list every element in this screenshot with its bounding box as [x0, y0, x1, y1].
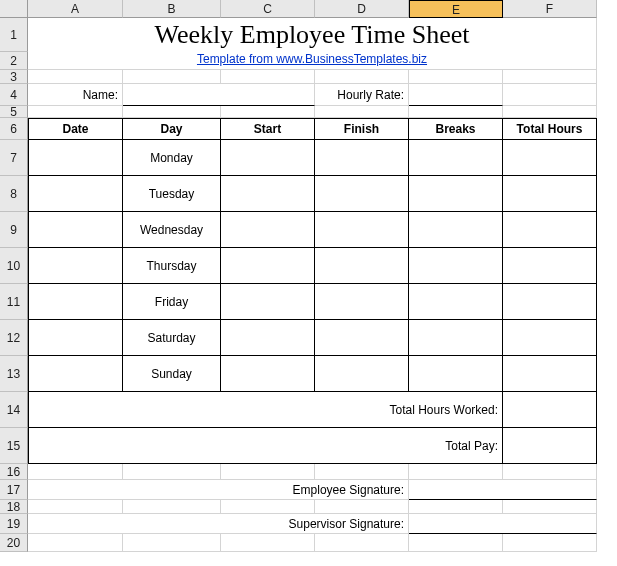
finish-1[interactable] [315, 176, 409, 212]
row-header-4[interactable]: 4 [0, 84, 28, 106]
row-header-2[interactable]: 2 [0, 52, 28, 70]
cell-B5[interactable] [123, 106, 221, 118]
row-header-10[interactable]: 10 [0, 248, 28, 284]
breaks-5[interactable] [409, 320, 503, 356]
date-0[interactable] [28, 140, 123, 176]
row-header-17[interactable]: 17 [0, 480, 28, 500]
cell-E20[interactable] [409, 534, 503, 552]
row-header-6[interactable]: 6 [0, 118, 28, 140]
cell-C20[interactable] [221, 534, 315, 552]
cell-A16[interactable] [28, 464, 123, 480]
start-5[interactable] [221, 320, 315, 356]
total-2[interactable] [503, 212, 597, 248]
employee-signature-field[interactable] [409, 480, 597, 500]
start-4[interactable] [221, 284, 315, 320]
total-5[interactable] [503, 320, 597, 356]
breaks-2[interactable] [409, 212, 503, 248]
cell-C16[interactable] [221, 464, 315, 480]
finish-5[interactable] [315, 320, 409, 356]
cell-C5[interactable] [221, 106, 315, 118]
col-header-C[interactable]: C [221, 0, 315, 18]
total-4[interactable] [503, 284, 597, 320]
cell-A3[interactable] [28, 70, 123, 84]
cell-F16[interactable] [503, 464, 597, 480]
col-header-B[interactable]: B [123, 0, 221, 18]
row-header-20[interactable]: 20 [0, 534, 28, 552]
breaks-1[interactable] [409, 176, 503, 212]
cell-C18[interactable] [221, 500, 315, 514]
cell-B20[interactable] [123, 534, 221, 552]
row-header-11[interactable]: 11 [0, 284, 28, 320]
col-header-D[interactable]: D [315, 0, 409, 18]
row-header-14[interactable]: 14 [0, 392, 28, 428]
date-1[interactable] [28, 176, 123, 212]
cell-B18[interactable] [123, 500, 221, 514]
cell-F3[interactable] [503, 70, 597, 84]
start-2[interactable] [221, 212, 315, 248]
cell-D20[interactable] [315, 534, 409, 552]
row-header-3[interactable]: 3 [0, 70, 28, 84]
breaks-0[interactable] [409, 140, 503, 176]
cell-F20[interactable] [503, 534, 597, 552]
supervisor-signature-field[interactable] [409, 514, 597, 534]
cell-F4[interactable] [503, 84, 597, 106]
cell-C3[interactable] [221, 70, 315, 84]
cell-B3[interactable] [123, 70, 221, 84]
breaks-6[interactable] [409, 356, 503, 392]
row-header-7[interactable]: 7 [0, 140, 28, 176]
total-0[interactable] [503, 140, 597, 176]
cell-E18[interactable] [409, 500, 503, 514]
col-header-F[interactable]: F [503, 0, 597, 18]
spreadsheet-grid[interactable]: A B C D E F 1 Weekly Employee Time Sheet… [0, 0, 617, 552]
cell-E3[interactable] [409, 70, 503, 84]
total-3[interactable] [503, 248, 597, 284]
breaks-3[interactable] [409, 248, 503, 284]
cell-A20[interactable] [28, 534, 123, 552]
row-header-1[interactable]: 1 [0, 18, 28, 52]
row-header-9[interactable]: 9 [0, 212, 28, 248]
row-header-16[interactable]: 16 [0, 464, 28, 480]
cell-D16[interactable] [315, 464, 409, 480]
cell-F18[interactable] [503, 500, 597, 514]
cell-E5[interactable] [409, 106, 503, 118]
date-4[interactable] [28, 284, 123, 320]
date-5[interactable] [28, 320, 123, 356]
total-hours-worked-value[interactable] [503, 392, 597, 428]
col-header-E[interactable]: E [409, 0, 503, 18]
cell-A5[interactable] [28, 106, 123, 118]
finish-6[interactable] [315, 356, 409, 392]
start-6[interactable] [221, 356, 315, 392]
start-1[interactable] [221, 176, 315, 212]
col-header-A[interactable]: A [28, 0, 123, 18]
finish-4[interactable] [315, 284, 409, 320]
date-3[interactable] [28, 248, 123, 284]
date-6[interactable] [28, 356, 123, 392]
select-all-corner[interactable] [0, 0, 28, 18]
total-6[interactable] [503, 356, 597, 392]
breaks-4[interactable] [409, 284, 503, 320]
row-header-18[interactable]: 18 [0, 500, 28, 514]
row-header-12[interactable]: 12 [0, 320, 28, 356]
row-header-13[interactable]: 13 [0, 356, 28, 392]
cell-B16[interactable] [123, 464, 221, 480]
template-link[interactable]: Template from www.BusinessTemplates.biz [28, 52, 597, 70]
name-field[interactable] [123, 84, 315, 106]
cell-E16[interactable] [409, 464, 503, 480]
finish-0[interactable] [315, 140, 409, 176]
finish-3[interactable] [315, 248, 409, 284]
row-header-15[interactable]: 15 [0, 428, 28, 464]
total-pay-value[interactable] [503, 428, 597, 464]
cell-D3[interactable] [315, 70, 409, 84]
cell-A18[interactable] [28, 500, 123, 514]
row-header-19[interactable]: 19 [0, 514, 28, 534]
total-1[interactable] [503, 176, 597, 212]
date-2[interactable] [28, 212, 123, 248]
start-3[interactable] [221, 248, 315, 284]
finish-2[interactable] [315, 212, 409, 248]
cell-F5[interactable] [503, 106, 597, 118]
cell-D5[interactable] [315, 106, 409, 118]
row-header-5[interactable]: 5 [0, 106, 28, 118]
row-header-8[interactable]: 8 [0, 176, 28, 212]
cell-D18[interactable] [315, 500, 409, 514]
start-0[interactable] [221, 140, 315, 176]
